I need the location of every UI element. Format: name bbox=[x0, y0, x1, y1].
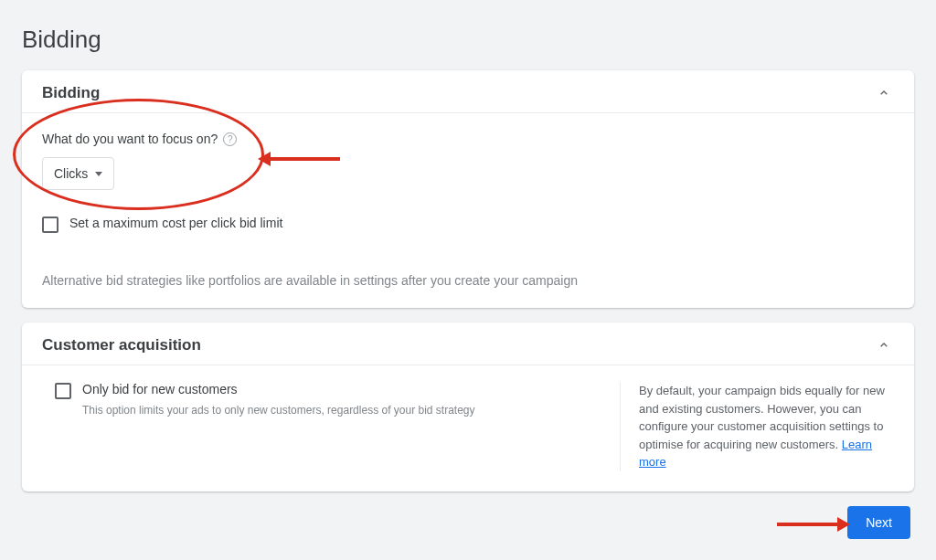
customer-card-title: Customer acquisition bbox=[42, 336, 201, 354]
focus-dropdown-value: Clicks bbox=[54, 166, 88, 181]
only-new-row: Only bid for new customers This option l… bbox=[42, 382, 601, 417]
chevron-up-icon bbox=[877, 338, 891, 353]
max-cpc-row: Set a maximum cost per click bid limit bbox=[42, 216, 894, 233]
bidding-card-header: Bidding bbox=[22, 70, 914, 113]
customer-left-column: Only bid for new customers This option l… bbox=[42, 382, 620, 471]
bidding-card: Bidding What do you want to focus on? ? … bbox=[22, 70, 914, 308]
customer-card-header: Customer acquisition bbox=[22, 322, 914, 365]
collapse-toggle-bidding[interactable] bbox=[874, 83, 894, 103]
footer-row: Next bbox=[22, 506, 914, 539]
only-new-label: Only bid for new customers bbox=[82, 382, 475, 396]
customer-acquisition-card: Customer acquisition Only bid for new cu… bbox=[22, 322, 914, 491]
page-title: Bidding bbox=[22, 26, 914, 54]
caret-down-icon bbox=[95, 172, 102, 176]
customer-side-panel: By default, your campaign bids equally f… bbox=[620, 382, 894, 471]
collapse-toggle-customer[interactable] bbox=[874, 335, 894, 355]
next-button[interactable]: Next bbox=[847, 506, 910, 539]
max-cpc-label: Set a maximum cost per click bid limit bbox=[69, 216, 282, 230]
help-icon[interactable]: ? bbox=[223, 132, 237, 146]
only-new-desc: This option limits your ads to only new … bbox=[82, 404, 475, 417]
bidding-card-title: Bidding bbox=[42, 84, 100, 102]
focus-label: What do you want to focus on? bbox=[42, 132, 218, 146]
annotation-arrow-bidding bbox=[258, 152, 340, 166]
alt-strategies-note: Alternative bid strategies like portfoli… bbox=[42, 273, 894, 288]
annotation-ellipse bbox=[13, 99, 264, 210]
bidding-card-body: What do you want to focus on? ? Clicks S… bbox=[22, 113, 914, 308]
only-new-checkbox[interactable] bbox=[55, 383, 71, 399]
max-cpc-checkbox[interactable] bbox=[42, 217, 58, 233]
chevron-up-icon bbox=[877, 86, 891, 100]
focus-label-row: What do you want to focus on? ? bbox=[42, 132, 894, 146]
customer-card-body: Only bid for new customers This option l… bbox=[22, 365, 914, 491]
focus-dropdown[interactable]: Clicks bbox=[42, 157, 114, 190]
annotation-arrow-next bbox=[777, 517, 850, 532]
